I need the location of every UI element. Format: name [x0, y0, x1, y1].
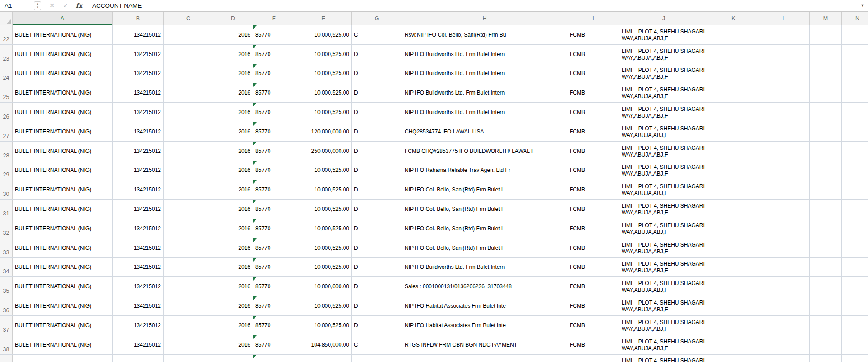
- cell-e26[interactable]: 85770: [253, 103, 295, 122]
- cell-i24[interactable]: FCMB: [567, 64, 619, 83]
- cell-e22[interactable]: 85770: [253, 25, 295, 44]
- cell-i30[interactable]: FCMB: [567, 180, 619, 199]
- cell-c31[interactable]: [164, 200, 213, 219]
- cell-i25[interactable]: FCMB: [567, 83, 619, 102]
- cell-m29[interactable]: [810, 161, 842, 180]
- cell-e37[interactable]: 85770: [253, 316, 295, 335]
- cell-f35[interactable]: 10,000,000.00: [295, 277, 352, 296]
- cell-n31[interactable]: [842, 200, 868, 219]
- cell-e27[interactable]: 85770: [253, 122, 295, 141]
- cell-f34[interactable]: 10,000,525.00: [295, 258, 352, 277]
- cell-l37[interactable]: [759, 316, 810, 335]
- cell-c39[interactable]: 1/2/2016: [164, 355, 213, 362]
- cell-b36[interactable]: 134215012: [113, 296, 164, 315]
- cell-f24[interactable]: 10,000,525.00: [295, 64, 352, 83]
- cell-n33[interactable]: [842, 238, 868, 257]
- cell-n37[interactable]: [842, 316, 868, 335]
- cell-g28[interactable]: D: [352, 142, 402, 161]
- cell-a22[interactable]: BULET INTERNATIONAL (NIG): [13, 25, 113, 44]
- cell-a30[interactable]: BULET INTERNATIONAL (NIG): [13, 180, 113, 199]
- cell-j23[interactable]: LIMI PLOT 4, SHEHU SHAGARI WAY,ABUJA,ABJ…: [619, 45, 708, 64]
- cell-g23[interactable]: D: [352, 45, 402, 64]
- cell-b33[interactable]: 134215012: [113, 238, 164, 257]
- cell-a39[interactable]: BULET INTERNATIONAL (NIG): [13, 355, 113, 362]
- cell-m27[interactable]: [810, 122, 842, 141]
- cell-m22[interactable]: [810, 25, 842, 44]
- cell-c23[interactable]: [164, 45, 213, 64]
- cell-d33[interactable]: 2016: [213, 238, 253, 257]
- cell-h36[interactable]: NIP IFO Habitat Associates Frm Bulet Int…: [402, 296, 567, 315]
- cell-m25[interactable]: [810, 83, 842, 102]
- column-header-a[interactable]: A: [13, 12, 113, 25]
- cell-m35[interactable]: [810, 277, 842, 296]
- cell-l28[interactable]: [759, 142, 810, 161]
- cell-m34[interactable]: [810, 258, 842, 277]
- column-header-h[interactable]: H: [402, 12, 567, 25]
- cell-i27[interactable]: FCMB: [567, 122, 619, 141]
- cell-n29[interactable]: [842, 161, 868, 180]
- cell-l25[interactable]: [759, 83, 810, 102]
- cell-f37[interactable]: 10,000,525.00: [295, 316, 352, 335]
- cell-g26[interactable]: D: [352, 103, 402, 122]
- row-header-35[interactable]: 35: [0, 277, 13, 296]
- cell-l24[interactable]: [759, 64, 810, 83]
- row-header-28[interactable]: 28: [0, 142, 13, 161]
- cell-n25[interactable]: [842, 83, 868, 102]
- cell-e39[interactable]: 00008577-0: [253, 355, 295, 362]
- cell-c27[interactable]: [164, 122, 213, 141]
- cell-c35[interactable]: [164, 277, 213, 296]
- cell-n23[interactable]: [842, 45, 868, 64]
- cell-m38[interactable]: [810, 335, 842, 354]
- cell-k32[interactable]: [708, 219, 759, 238]
- cell-i34[interactable]: FCMB: [567, 258, 619, 277]
- cell-n27[interactable]: [842, 122, 868, 141]
- cell-a35[interactable]: BULET INTERNATIONAL (NIG): [13, 277, 113, 296]
- cell-m37[interactable]: [810, 316, 842, 335]
- cell-b29[interactable]: 134215012: [113, 161, 164, 180]
- cell-l38[interactable]: [759, 335, 810, 354]
- cell-n32[interactable]: [842, 219, 868, 238]
- cell-d39[interactable]: 2016: [213, 355, 253, 362]
- cell-k22[interactable]: [708, 25, 759, 44]
- cell-d29[interactable]: 2016: [213, 161, 253, 180]
- cell-f38[interactable]: 104,850,000.00: [295, 335, 352, 354]
- cell-b28[interactable]: 134215012: [113, 142, 164, 161]
- cell-m31[interactable]: [810, 200, 842, 219]
- row-header-36[interactable]: 36: [0, 296, 13, 315]
- cell-n34[interactable]: [842, 258, 868, 277]
- cell-g25[interactable]: D: [352, 83, 402, 102]
- cell-i22[interactable]: FCMB: [567, 25, 619, 44]
- row-header-22[interactable]: 22: [0, 25, 13, 44]
- stepper-down-icon[interactable]: ▼: [36, 6, 39, 10]
- cell-h30[interactable]: NIP IFO Col. Bello, Sani(Rtd) Frm Bulet …: [402, 180, 567, 199]
- cell-i28[interactable]: FCMB: [567, 142, 619, 161]
- enter-icon[interactable]: ✓: [59, 2, 72, 9]
- cell-g33[interactable]: D: [352, 238, 402, 257]
- cell-l23[interactable]: [759, 45, 810, 64]
- cell-k30[interactable]: [708, 180, 759, 199]
- cell-k28[interactable]: [708, 142, 759, 161]
- cell-b22[interactable]: 134215012: [113, 25, 164, 44]
- cell-j39[interactable]: LIMI PLOT 4, SHEHU SHAGARI WAY,ABUJA,ABJ…: [619, 355, 708, 362]
- cell-k31[interactable]: [708, 200, 759, 219]
- cell-f25[interactable]: 10,000,525.00: [295, 83, 352, 102]
- insert-function-icon[interactable]: fx: [72, 2, 86, 9]
- column-header-d[interactable]: D: [213, 12, 253, 25]
- column-header-n[interactable]: N: [842, 12, 868, 25]
- cell-b30[interactable]: 134215012: [113, 180, 164, 199]
- cell-d36[interactable]: 2016: [213, 296, 253, 315]
- cell-c24[interactable]: [164, 64, 213, 83]
- cell-a31[interactable]: BULET INTERNATIONAL (NIG): [13, 200, 113, 219]
- cell-b32[interactable]: 134215012: [113, 219, 164, 238]
- cell-m26[interactable]: [810, 103, 842, 122]
- cell-j24[interactable]: LIMI PLOT 4, SHEHU SHAGARI WAY,ABUJA,ABJ…: [619, 64, 708, 83]
- cell-h25[interactable]: NIP IFO Buildworths Ltd. Frm Bulet Inter…: [402, 83, 567, 102]
- cell-c38[interactable]: [164, 335, 213, 354]
- cell-k37[interactable]: [708, 316, 759, 335]
- cell-a27[interactable]: BULET INTERNATIONAL (NIG): [13, 122, 113, 141]
- cell-i29[interactable]: FCMB: [567, 161, 619, 180]
- cell-j35[interactable]: LIMI PLOT 4, SHEHU SHAGARI WAY,ABUJA,ABJ…: [619, 277, 708, 296]
- cell-l22[interactable]: [759, 25, 810, 44]
- cell-g38[interactable]: C: [352, 335, 402, 354]
- cell-l34[interactable]: [759, 258, 810, 277]
